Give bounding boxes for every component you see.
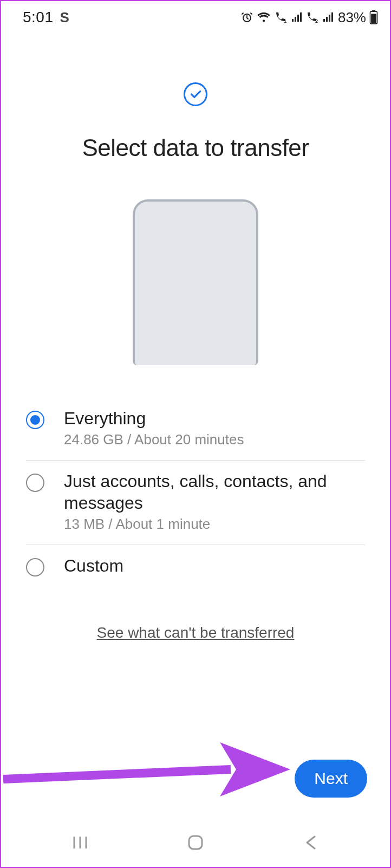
option-texts: Just accounts, calls, contacts, and mess… — [64, 470, 365, 533]
option-title: Custom — [64, 555, 365, 576]
option-basics[interactable]: Just accounts, calls, contacts, and mess… — [26, 460, 365, 545]
svg-rect-10 — [331, 12, 333, 22]
option-title: Everything — [64, 407, 365, 429]
next-button[interactable]: Next — [295, 760, 367, 798]
battery-percent: 83% — [338, 9, 366, 26]
radio-basics[interactable] — [26, 474, 44, 492]
page-title: Select data to transfer — [1, 134, 390, 161]
svg-text:2: 2 — [315, 18, 318, 23]
home-button[interactable] — [184, 831, 207, 854]
device-illustration-icon — [133, 199, 258, 365]
svg-rect-8 — [326, 17, 328, 22]
svg-rect-13 — [371, 14, 376, 23]
signal1-icon — [291, 12, 302, 23]
svg-marker-15 — [220, 742, 290, 796]
option-everything[interactable]: Everything 24.86 GB / About 20 minutes — [26, 398, 365, 460]
volte2-icon: 2 — [305, 11, 320, 23]
svg-rect-9 — [329, 15, 330, 22]
volte1-icon: 1 — [274, 11, 288, 23]
svg-rect-12 — [372, 10, 376, 11]
recent-apps-button[interactable] — [68, 831, 92, 854]
svg-rect-4 — [297, 15, 299, 22]
svg-rect-2 — [292, 19, 294, 22]
checkmark-circle-icon — [184, 82, 207, 106]
cant-transfer-row: See what can't be transferred — [1, 624, 390, 642]
radio-custom[interactable] — [26, 558, 44, 576]
option-subtitle: 24.86 GB / About 20 minutes — [64, 431, 365, 448]
battery-icon — [369, 10, 378, 24]
annotation-arrow-icon — [3, 737, 296, 802]
hero-section: Select data to transfer — [1, 34, 390, 161]
see-what-cant-be-transferred-link[interactable]: See what can't be transferred — [97, 624, 295, 641]
radio-everything[interactable] — [26, 411, 44, 429]
wifi-icon — [257, 11, 271, 23]
status-time: 5:01 — [23, 9, 54, 26]
svg-line-14 — [3, 769, 231, 779]
transfer-options-list: Everything 24.86 GB / About 20 minutes J… — [1, 398, 390, 588]
status-bar: 5:01 S 1 2 83% — [1, 1, 390, 34]
option-custom[interactable]: Custom — [26, 545, 365, 588]
svg-rect-3 — [295, 17, 296, 22]
status-left: 5:01 S — [23, 9, 69, 26]
smart-switch-indicator-icon: S — [60, 9, 69, 26]
svg-rect-19 — [189, 836, 202, 849]
alarm-icon — [240, 11, 253, 24]
option-texts: Custom — [64, 555, 365, 576]
option-texts: Everything 24.86 GB / About 20 minutes — [64, 407, 365, 448]
svg-rect-7 — [323, 19, 325, 22]
option-title: Just accounts, calls, contacts, and mess… — [64, 470, 365, 514]
svg-rect-5 — [300, 12, 302, 22]
signal2-icon — [323, 12, 334, 23]
status-right: 1 2 83% — [240, 9, 378, 26]
option-subtitle: 13 MB / About 1 minute — [64, 516, 365, 533]
system-nav-bar — [1, 824, 390, 867]
back-button[interactable] — [299, 831, 323, 854]
svg-text:1: 1 — [284, 18, 286, 23]
